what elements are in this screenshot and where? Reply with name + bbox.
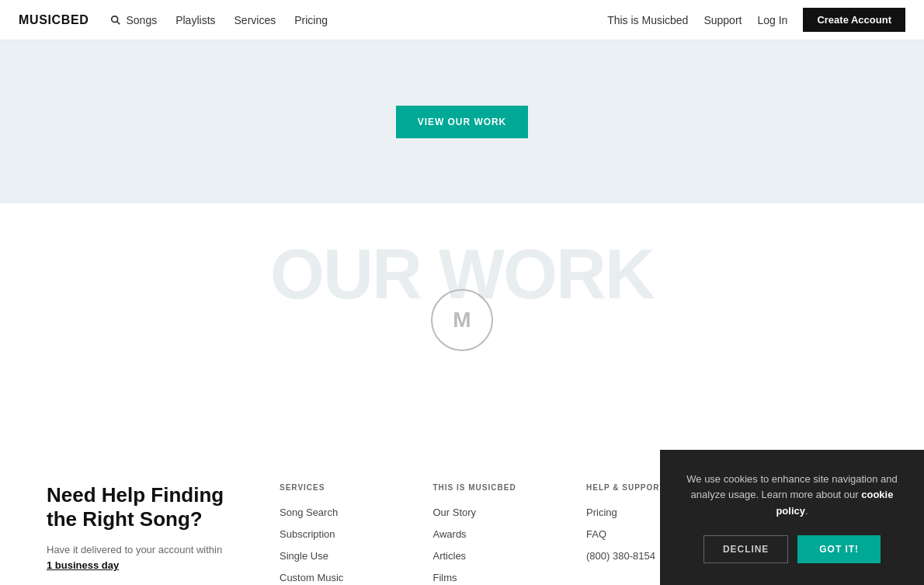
musicbed-logo-circle: M: [431, 289, 493, 351]
single-use-link[interactable]: Single Use: [280, 550, 328, 562]
footer-cta: Need Help Finding the Right Song? Have i…: [47, 483, 264, 585]
musicbed-m-letter: M: [453, 308, 471, 333]
custom-music-link[interactable]: Custom Music: [280, 572, 343, 583]
nav-services[interactable]: Services: [234, 14, 276, 26]
footer-cta-description: Have it delivered to your account within…: [47, 542, 264, 573]
list-item: Articles: [433, 549, 556, 562]
nav-playlists[interactable]: Playlists: [175, 14, 215, 26]
list-item: Our Story: [433, 506, 556, 518]
nav-support[interactable]: Support: [703, 14, 742, 26]
cookie-buttons: DECLINE GOT IT!: [679, 535, 905, 563]
nav-pricing[interactable]: Pricing: [294, 14, 328, 26]
footer-services-heading: SERVICES: [280, 483, 402, 492]
list-item: Subscription: [280, 528, 402, 540]
svg-point-0: [112, 16, 118, 22]
songs-label: Songs: [126, 14, 157, 26]
one-business-day-link[interactable]: 1 business day: [47, 559, 119, 571]
create-account-button[interactable]: Create Account: [803, 8, 905, 32]
pricing-footer-link[interactable]: Pricing: [586, 507, 617, 518]
list-item: Films: [433, 571, 556, 583]
footer-services-col: SERVICES Song Search Subscription Single…: [264, 483, 418, 585]
footer-this-is-musicbed-heading: THIS IS MUSICBED: [433, 483, 556, 492]
login-button[interactable]: Log In: [757, 14, 787, 26]
films-link[interactable]: Films: [433, 572, 457, 583]
footer-services-list: Song Search Subscription Single Use Cust…: [280, 506, 402, 585]
hero-section: VIEW OUR WORK: [0, 40, 924, 204]
footer-this-is-musicbed-col: THIS IS MUSICBED Our Story Awards Articl…: [418, 483, 571, 585]
song-search-link[interactable]: Song Search: [280, 507, 338, 518]
view-our-work-button[interactable]: VIEW OUR WORK: [396, 106, 528, 138]
list-item: Song Search: [280, 506, 402, 518]
header-right: This is Musicbed Support Log In Create A…: [607, 8, 905, 32]
nav-this-is-musicbed[interactable]: This is Musicbed: [607, 14, 688, 26]
site-header: MUSICBED Songs Playlists Services Pricin…: [0, 0, 924, 40]
svg-line-1: [117, 21, 120, 24]
faq-link[interactable]: FAQ: [586, 528, 606, 540]
list-item: Single Use: [280, 549, 402, 562]
list-item: Awards: [433, 528, 556, 540]
subscription-link[interactable]: Subscription: [280, 528, 335, 540]
footer-cta-heading: Need Help Finding the Right Song?: [47, 483, 264, 531]
site-logo[interactable]: MUSICBED: [19, 13, 89, 27]
got-it-button[interactable]: GOT IT!: [797, 535, 881, 563]
phone-link[interactable]: (800) 380-8154: [586, 550, 655, 562]
awards-link[interactable]: Awards: [433, 528, 467, 540]
cookie-text: We use cookies to enhance site navigatio…: [679, 472, 905, 520]
footer-this-is-musicbed-list: Our Story Awards Articles Films Playlist…: [433, 506, 556, 585]
cookie-banner: We use cookies to enhance site navigatio…: [660, 450, 924, 585]
decline-button[interactable]: DECLINE: [703, 535, 788, 563]
main-nav: Songs Playlists Services Pricing: [110, 14, 328, 26]
our-story-link[interactable]: Our Story: [433, 507, 477, 518]
list-item: Custom Music: [280, 571, 402, 583]
nav-songs[interactable]: Songs: [110, 14, 157, 26]
articles-link[interactable]: Articles: [433, 550, 467, 562]
our-work-section: OUR Work M: [0, 204, 924, 437]
search-icon: [110, 15, 121, 26]
header-left: MUSICBED Songs Playlists Services Pricin…: [19, 13, 328, 27]
